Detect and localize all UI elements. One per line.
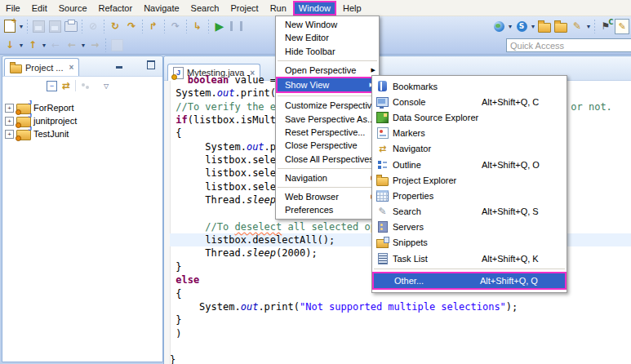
menubar-item-search[interactable]: Search <box>185 1 225 16</box>
flag-c-icon: ⚑ <box>602 20 611 32</box>
dropdown-arrow-icon[interactable]: ▼ <box>585 19 592 33</box>
menu-item-new-editor[interactable]: New Editor <box>276 31 379 44</box>
collapse-all-button[interactable]: − <box>47 81 57 91</box>
tree-item-testjunit[interactable]: +TestJunit <box>2 127 162 140</box>
link-with-editor-button[interactable]: ⇄ <box>62 80 70 91</box>
dropdown-arrow-icon[interactable]: ▼ <box>80 38 87 52</box>
menu-item-save-perspective-as[interactable]: Save Perspective As... <box>276 112 379 125</box>
closed-folder-button[interactable] <box>553 19 568 33</box>
down-arrow-button[interactable]: ↓ <box>2 38 17 52</box>
highlight-pen-button[interactable]: ✎ <box>615 19 629 33</box>
project-explorer-tab-close-icon[interactable]: × <box>69 63 73 72</box>
run-button[interactable]: ▶ <box>212 19 227 33</box>
menu-bar: FileEditSourceRefactorNavigateSearchProj… <box>0 0 631 16</box>
menu-item-new-window[interactable]: New Window <box>276 18 379 31</box>
step-return-arrow-button[interactable]: ↱ <box>146 19 161 33</box>
menu-item-close-perspective[interactable]: Close Perspective <box>276 139 379 152</box>
menubar-item-navigate[interactable]: Navigate <box>138 1 184 16</box>
submenu-item-search[interactable]: ✎SearchAlt+Shift+Q, S <box>372 204 567 220</box>
web-browser-button[interactable] <box>491 19 506 33</box>
dim-box-button[interactable] <box>109 38 124 52</box>
redo-arrow-button[interactable]: ↷ <box>168 19 183 33</box>
dropdown-arrow-icon[interactable]: ▼ <box>530 19 536 33</box>
menu-item-hide-toolbar[interactable]: Hide Toolbar <box>276 45 379 58</box>
dropdown-arrow-icon[interactable]: ▼ <box>18 19 24 33</box>
menubar-item-file[interactable]: File <box>0 1 26 16</box>
submenu-item-navigator[interactable]: ⇄Navigator <box>372 141 567 157</box>
submenu-item-label: Project Explorer <box>393 175 456 185</box>
shortcut-label: Alt+Shift+Q, S <box>482 206 560 216</box>
forward-arrow-button[interactable]: → <box>87 38 102 52</box>
menu-item-customize-perspective[interactable]: Customize Perspective... <box>276 99 379 112</box>
menu-item-label: Close Perspective <box>285 140 375 150</box>
menubar-item-refactor[interactable]: Refactor <box>93 1 139 16</box>
print-button[interactable] <box>64 19 78 33</box>
dropdown-arrow-icon[interactable]: ▼ <box>507 19 513 33</box>
submenu-item-label: Console <box>393 97 425 107</box>
submenu-item-servers[interactable]: Servers <box>372 220 567 235</box>
menubar-item-window[interactable]: Window <box>293 1 336 16</box>
submenu-item-snippets[interactable]: Snippets <box>372 235 567 251</box>
menu-item-reset-perspective[interactable]: Reset Perspective... <box>276 126 379 139</box>
submenu-item-label: Other... <box>394 276 424 286</box>
brush-icon: ✎ <box>573 20 581 32</box>
submenu-item-other[interactable]: Other...Alt+Shift+Q, Q <box>372 272 567 290</box>
console-icon <box>376 95 389 108</box>
snippets-icon <box>376 237 389 249</box>
submenu-item-properties[interactable]: Properties <box>372 188 567 203</box>
submenu-item-label: Outline <box>393 160 421 170</box>
debug-list-arrow-button[interactable]: ↻ <box>108 19 122 33</box>
minimize-button[interactable] <box>113 60 124 69</box>
menubar-item-run[interactable]: Run <box>264 1 292 16</box>
skip-breakpoints-button[interactable]: ⊘ <box>86 19 100 33</box>
menubar-item-source[interactable]: Source <box>53 1 93 16</box>
focus-on-task-button[interactable] <box>81 82 89 90</box>
drop-to-frame-arrow-button[interactable]: ↳ <box>190 19 205 33</box>
save-button[interactable] <box>31 19 46 33</box>
tab-project-explorer[interactable]: Project ... × <box>4 58 79 76</box>
s-badge-button[interactable]: S <box>514 19 529 33</box>
dropdown-arrow-icon[interactable]: ▼ <box>18 38 24 52</box>
menubar-item-edit[interactable]: Edit <box>26 1 53 16</box>
menubar-item-project[interactable]: Project <box>224 1 264 16</box>
open-folder-button[interactable] <box>537 19 552 33</box>
tree-item-junitproject[interactable]: +junitproject <box>2 114 162 127</box>
debug-sync-arrow-button[interactable]: ↷ <box>124 19 139 33</box>
pause-button[interactable] <box>229 19 243 33</box>
menu-item-open-perspective[interactable]: Open Perspective▶ <box>276 64 379 77</box>
back-arrow-button[interactable]: ← <box>48 38 63 52</box>
menu-item-navigation[interactable]: Navigation▶ <box>276 171 379 184</box>
quick-access-input[interactable] <box>506 38 631 52</box>
menu-item-preferences[interactable]: Preferences <box>276 203 379 216</box>
brush-button[interactable]: ✎ <box>570 19 584 33</box>
menu-item-web-browser[interactable]: Web Browser▶ <box>276 190 379 203</box>
submenu-item-markers[interactable]: Markers <box>372 126 567 141</box>
flag-c-button[interactable]: ⚑ <box>598 19 613 33</box>
submenu-item-console[interactable]: ConsoleAlt+Shift+Q, C <box>372 94 567 109</box>
dropdown-arrow-icon[interactable]: ▼ <box>41 38 47 52</box>
maximize-button[interactable] <box>145 60 156 69</box>
up-arrow-button[interactable]: ↑ <box>25 38 40 52</box>
expander-plus-icon[interactable]: + <box>5 104 14 113</box>
print-icon <box>64 21 78 32</box>
tree-item-forreport[interactable]: +ForReport <box>2 101 162 114</box>
submenu-item-task-list[interactable]: Task ListAlt+Shift+Q, K <box>372 251 567 266</box>
expander-plus-icon[interactable]: + <box>5 117 14 126</box>
expander-plus-icon[interactable]: + <box>5 130 14 139</box>
back-arrow-gold-button[interactable]: ← <box>64 38 79 52</box>
submenu-item-bookmarks[interactable]: Bookmarks <box>372 78 567 94</box>
view-menu-button[interactable]: ▽ <box>104 82 109 90</box>
submenu-item-project-explorer[interactable]: Project Explorer <box>372 172 567 188</box>
save-all-button[interactable] <box>47 19 62 33</box>
menu-item-close-all-perspectives[interactable]: Close All Perspectives <box>276 152 379 165</box>
submenu-item-outline[interactable]: OutlineAlt+Shift+Q, O <box>372 157 567 172</box>
submenu-item-data-source-explorer[interactable]: Data Source Explorer <box>372 109 567 125</box>
menubar-item-help[interactable]: Help <box>337 1 367 16</box>
project-tree: +ForReport+junitproject+TestJunit <box>2 95 162 140</box>
menu-item-show-view[interactable]: Show View▶ <box>276 77 379 93</box>
toolbar-separator <box>75 80 76 91</box>
new-wizard-button[interactable] <box>2 19 17 33</box>
up-arrow-icon: ↑ <box>29 39 37 51</box>
save-icon <box>33 20 45 33</box>
shortcut-label: Alt+Shift+Q, C <box>482 97 560 107</box>
